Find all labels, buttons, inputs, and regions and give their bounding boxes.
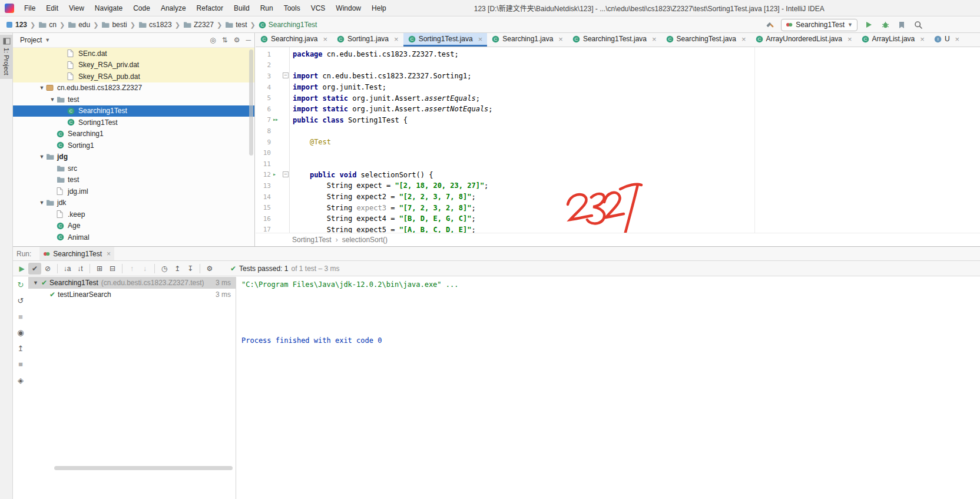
chevron-down-icon[interactable]: ▼	[48, 97, 57, 103]
tab-close-icon[interactable]: ×	[847, 35, 852, 43]
run-configuration-select[interactable]: Searching1Test ▼	[781, 19, 858, 31]
menu-file[interactable]: File	[19, 0, 41, 16]
breadcrumb-class[interactable]: Sorting1Test	[292, 236, 332, 244]
tree-item-age[interactable]: CAge	[13, 220, 254, 232]
tree-item-sorting1test[interactable]: CSorting1Test	[13, 117, 254, 128]
editor-tab-sorting1-java[interactable]: CSorting1.java×	[332, 33, 403, 47]
breadcrumb-item-z2327[interactable]: Z2327	[183, 21, 214, 29]
sort-alphabetically-icon[interactable]: ↓a	[61, 263, 74, 275]
tree-item-sorting1[interactable]: CSorting1	[13, 140, 254, 151]
close-icon[interactable]: ×	[107, 250, 111, 258]
rerun-failed-tests-icon[interactable]: ↺	[15, 295, 26, 306]
expand-all-icon[interactable]: ⊞	[93, 263, 106, 275]
menu-help[interactable]: Help	[366, 0, 392, 16]
breadcrumb-item-cn[interactable]: cn	[38, 21, 57, 29]
tree-item-test[interactable]: test	[13, 174, 254, 186]
export-results-icon[interactable]: ↥	[15, 343, 26, 353]
tree-item-searching1[interactable]: CSearching1	[13, 128, 254, 140]
test-tree-scrollbar[interactable]	[54, 466, 233, 470]
settings-gear-icon[interactable]: ⚙	[203, 263, 216, 275]
tab-close-icon[interactable]: ×	[323, 35, 327, 43]
fold-icon[interactable]: –	[283, 171, 289, 177]
search-everywhere-icon[interactable]	[913, 19, 923, 30]
tab-close-icon[interactable]: ×	[394, 35, 399, 43]
build-hammer-icon[interactable]	[764, 19, 775, 30]
import-test-results-icon[interactable]: ↥	[171, 263, 184, 275]
tab-close-icon[interactable]: ×	[478, 35, 483, 43]
tool-window-tab-project[interactable]: 1: Project	[0, 35, 13, 79]
tree-item-animal[interactable]: CAnimal	[13, 232, 254, 243]
menu-analyze[interactable]: Analyze	[155, 0, 191, 16]
breadcrumb-item-123[interactable]: 123	[6, 21, 27, 29]
chevron-down-icon[interactable]: ▼	[38, 85, 46, 91]
chevron-down-icon[interactable]: ▼	[38, 200, 46, 206]
run-with-coverage-icon[interactable]	[896, 19, 907, 30]
hide-panel-icon[interactable]: ─	[246, 36, 251, 44]
tree-item-jdg-iml[interactable]: jdg.iml	[13, 186, 254, 197]
tab-close-icon[interactable]: ×	[920, 35, 925, 43]
previous-failed-test-icon[interactable]: ↑	[125, 263, 138, 275]
test-tree-row-testlinearsearch[interactable]: ✔testLinearSearch3 ms	[28, 289, 236, 300]
menu-refactor[interactable]: Refactor	[191, 0, 229, 16]
next-failed-test-icon[interactable]: ↓	[138, 263, 151, 275]
tree-item-senc-dat[interactable]: SEnc.dat	[13, 48, 254, 60]
tab-close-icon[interactable]: ×	[741, 35, 746, 43]
tree-item-jdg[interactable]: ▼jdg	[13, 151, 254, 163]
tab-close-icon[interactable]: ×	[558, 35, 563, 43]
editor-tab-u[interactable]: IU×	[929, 33, 964, 47]
tree-item-cn-edu-besti-cs1823-z2327[interactable]: ▼cn.edu.besti.cs1823.Z2327	[13, 82, 254, 94]
rerun-tests-icon[interactable]: ↻	[15, 279, 26, 290]
menu-code[interactable]: Code	[128, 0, 155, 16]
tab-close-icon[interactable]: ×	[955, 35, 960, 43]
show-ignored-icon[interactable]: ⊘	[41, 263, 54, 275]
tab-close-icon[interactable]: ×	[652, 35, 657, 43]
project-tree-scrollbar[interactable]	[249, 49, 253, 156]
export-test-results-icon[interactable]: ↧	[184, 263, 197, 275]
run-tab[interactable]: Searching1Test ×	[39, 247, 114, 260]
project-panel-title[interactable]: Project	[20, 36, 42, 44]
run-class-icon[interactable]: ▸▸	[273, 116, 277, 123]
tree-item-test[interactable]: ▼test	[13, 94, 254, 105]
rerun-icon[interactable]: ▶	[15, 263, 28, 275]
menu-tools[interactable]: Tools	[279, 0, 306, 16]
debug-bug-icon[interactable]	[880, 19, 890, 30]
expand-selection-icon[interactable]: ⇅	[222, 36, 228, 44]
editor-tab-searching1-java[interactable]: CSearching1.java×	[487, 33, 568, 47]
breadcrumb-item-test[interactable]: test	[225, 21, 247, 29]
menu-vcs[interactable]: VCS	[306, 0, 331, 16]
editor-tab-arraylist-java[interactable]: CArrayList.java×	[857, 33, 929, 47]
menu-navigate[interactable]: Navigate	[90, 0, 128, 16]
tree-item-src[interactable]: src	[13, 163, 254, 174]
editor-tab-searching1test-java[interactable]: CSearching1Test.java×	[568, 33, 661, 47]
menu-build[interactable]: Build	[229, 0, 255, 16]
editor-tab-sorting1test-java[interactable]: CSorting1Test.java×	[403, 33, 488, 47]
editor-tab-searching-java[interactable]: CSearching.java×	[256, 33, 332, 47]
tree-item-jdk[interactable]: ▼jdk	[13, 197, 254, 209]
locate-icon[interactable]: ◎	[210, 36, 216, 44]
chevron-down-icon[interactable]: ▼	[38, 154, 46, 160]
fold-icon[interactable]: –	[283, 72, 289, 78]
run-button[interactable]	[863, 19, 874, 30]
menu-edit[interactable]: Edit	[41, 0, 64, 16]
menu-run[interactable]: Run	[255, 0, 279, 16]
breadcrumb-item-cs1823[interactable]: cs1823	[138, 21, 172, 29]
test-tree-row-searching1test[interactable]: ▼✔Searching1Test(cn.edu.besti.cs1823.Z23…	[28, 277, 236, 289]
pin-tab-icon[interactable]: ◈	[15, 375, 26, 385]
menu-view[interactable]: View	[64, 0, 90, 16]
breadcrumb-item-searching1test[interactable]: CSearching1Test	[259, 21, 317, 29]
run-method-icon[interactable]: ▸	[273, 171, 275, 177]
menu-window[interactable]: Window	[330, 0, 366, 16]
code-editor[interactable]: 1package cn.edu.besti.cs1823.Z2327.test;…	[256, 47, 980, 233]
stop-icon[interactable]: ■	[15, 311, 26, 322]
test-history-icon[interactable]: ◷	[158, 263, 171, 275]
breadcrumb-method[interactable]: selectionSort()	[342, 236, 388, 244]
chevron-down-icon[interactable]: ▼	[33, 280, 40, 286]
breadcrumb-item-besti[interactable]: besti	[101, 21, 127, 29]
settings-gear-icon[interactable]: ⚙	[234, 36, 240, 44]
tree-item--keep[interactable]: .keep	[13, 209, 254, 220]
tree-item-searching1test[interactable]: CSearching1Test	[13, 105, 254, 117]
breadcrumb-item-edu[interactable]: edu	[68, 21, 90, 29]
layout-settings-icon[interactable]: ≡	[15, 359, 26, 369]
editor-tab-arrayunorderedlist-java[interactable]: CArrayUnorderedList.java×	[751, 33, 857, 47]
tree-item-skey-rsa-priv-dat[interactable]: Skey_RSA_priv.dat	[13, 60, 254, 71]
